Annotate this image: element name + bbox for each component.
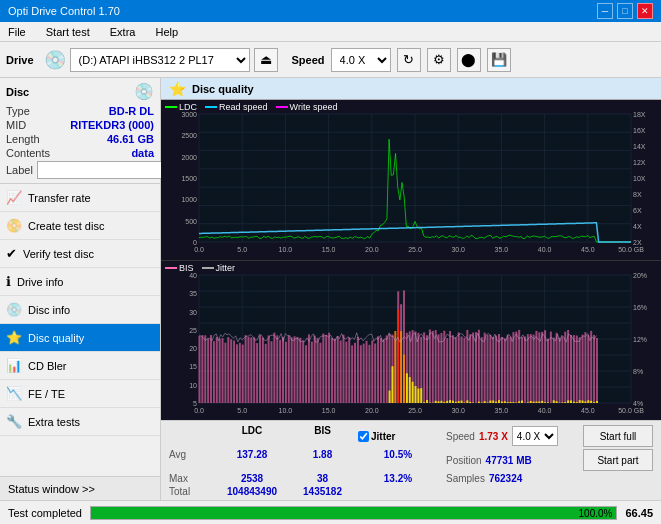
svg-rect-180 — [446, 338, 448, 403]
svg-rect-130 — [302, 340, 304, 402]
svg-rect-312 — [426, 399, 428, 402]
svg-rect-222 — [567, 329, 569, 402]
svg-rect-194 — [487, 335, 489, 403]
svg-rect-309 — [417, 388, 419, 402]
svg-rect-357 — [556, 401, 558, 403]
svg-rect-332 — [484, 401, 486, 403]
nav-extra-tests[interactable]: 🔧 Extra tests — [0, 408, 160, 436]
speed-select[interactable]: 4.0 X — [331, 48, 391, 72]
ldc-col-header: LDC — [217, 425, 287, 447]
jitter-checkbox[interactable] — [358, 431, 369, 442]
svg-rect-356 — [553, 400, 555, 403]
start-part-button[interactable]: Start part — [583, 449, 653, 471]
label-input[interactable] — [37, 161, 166, 179]
minimize-button[interactable]: ─ — [597, 3, 613, 19]
svg-rect-209 — [530, 333, 532, 402]
svg-text:35.0: 35.0 — [495, 407, 509, 414]
svg-rect-351 — [538, 401, 540, 403]
svg-rect-100 — [216, 337, 218, 403]
menu-help[interactable]: Help — [151, 24, 182, 40]
svg-rect-206 — [521, 336, 523, 402]
svg-text:10X: 10X — [633, 175, 646, 182]
contents-value: data — [131, 147, 154, 159]
status-window-button[interactable]: Status window >> — [0, 476, 160, 500]
nav-cd-bler-label: CD Bler — [28, 360, 67, 372]
svg-text:16X: 16X — [633, 127, 646, 134]
menu-extra[interactable]: Extra — [106, 24, 140, 40]
svg-rect-202 — [510, 336, 512, 402]
svg-text:25.0: 25.0 — [408, 407, 422, 414]
legend-write-speed-label: Write speed — [290, 102, 338, 112]
drive-select[interactable]: (D:) ATAPI iHBS312 2 PL17 — [70, 48, 250, 72]
legend-jitter: Jitter — [202, 263, 236, 273]
svg-text:15: 15 — [189, 363, 197, 370]
svg-rect-323 — [458, 401, 460, 403]
svg-text:50.0 GB: 50.0 GB — [618, 246, 644, 253]
svg-rect-98 — [210, 335, 212, 403]
svg-rect-126 — [291, 337, 293, 403]
svg-rect-230 — [590, 330, 592, 402]
chart2-legend: BIS Jitter — [165, 263, 235, 273]
start-full-button[interactable]: Start full — [583, 425, 653, 447]
svg-rect-360 — [564, 402, 566, 403]
svg-rect-177 — [438, 334, 440, 403]
nav-fe-te[interactable]: 📉 FE / TE — [0, 380, 160, 408]
svg-rect-218 — [556, 332, 558, 402]
svg-rect-132 — [308, 334, 310, 403]
close-button[interactable]: ✕ — [637, 3, 653, 19]
nav-items: 📈 Transfer rate 📀 Create test disc ✔ Ver… — [0, 184, 160, 476]
maximize-button[interactable]: □ — [617, 3, 633, 19]
samples-value: 762324 — [489, 473, 522, 484]
mid-value: RITEKDR3 (000) — [70, 119, 154, 131]
svg-rect-146 — [348, 337, 350, 403]
svg-rect-187 — [466, 329, 468, 402]
menu-file[interactable]: File — [4, 24, 30, 40]
svg-rect-334 — [489, 400, 491, 402]
disc-icon: 💿 — [134, 82, 154, 101]
svg-text:50.0 GB: 50.0 GB — [618, 407, 644, 414]
svg-rect-338 — [501, 401, 503, 402]
svg-rect-308 — [415, 385, 417, 402]
svg-rect-219 — [559, 337, 561, 403]
refresh-button[interactable]: ↻ — [397, 48, 421, 72]
nav-transfer-rate[interactable]: 📈 Transfer rate — [0, 184, 160, 212]
svg-text:30.0: 30.0 — [451, 246, 465, 253]
toolbar: Drive 💿 (D:) ATAPI iHBS312 2 PL17 ⏏ Spee… — [0, 42, 661, 78]
svg-rect-192 — [481, 337, 483, 403]
settings-button[interactable]: ⚙ — [427, 48, 451, 72]
svg-rect-116 — [262, 337, 264, 402]
nav-disc-quality[interactable]: ⭐ Disc quality — [0, 324, 160, 352]
svg-text:40.0: 40.0 — [538, 407, 552, 414]
nav-drive-info[interactable]: ℹ Drive info — [0, 268, 160, 296]
svg-text:20: 20 — [189, 345, 197, 352]
speed-label: Speed — [292, 54, 325, 66]
svg-rect-362 — [570, 400, 572, 403]
max-bis: 38 — [295, 473, 350, 484]
svg-rect-114 — [256, 343, 258, 403]
stats-header-row: LDC BIS Jitter Speed 1.73 X 4.0 X Start … — [169, 425, 653, 447]
svg-text:500: 500 — [185, 218, 197, 225]
svg-rect-205 — [518, 329, 520, 402]
save-button[interactable]: 💾 — [487, 48, 511, 72]
eject-button[interactable]: ⏏ — [254, 48, 278, 72]
position-row: Position 47731 MB — [446, 449, 532, 471]
svg-rect-191 — [478, 329, 480, 402]
svg-rect-224 — [573, 335, 575, 403]
stats-speed-select[interactable]: 4.0 X — [512, 426, 558, 446]
record-button[interactable]: ⬤ — [457, 48, 481, 72]
max-jitter: 13.2% — [358, 473, 438, 484]
svg-rect-97 — [207, 338, 209, 402]
speed-row: Speed 1.73 X 4.0 X — [446, 425, 558, 447]
nav-create-test-disc[interactable]: 📀 Create test disc — [0, 212, 160, 240]
svg-rect-322 — [455, 401, 457, 402]
nav-disc-info[interactable]: 💿 Disc info — [0, 296, 160, 324]
svg-rect-223 — [570, 334, 572, 402]
nav-verify-test-disc[interactable]: ✔ Verify test disc — [0, 240, 160, 268]
svg-rect-364 — [576, 402, 578, 403]
nav-cd-bler[interactable]: 📊 CD Bler — [0, 352, 160, 380]
svg-text:15.0: 15.0 — [322, 246, 336, 253]
svg-rect-304 — [403, 354, 405, 402]
extra-tests-icon: 🔧 — [6, 414, 22, 429]
menu-start-test[interactable]: Start test — [42, 24, 94, 40]
svg-rect-110 — [245, 335, 247, 403]
